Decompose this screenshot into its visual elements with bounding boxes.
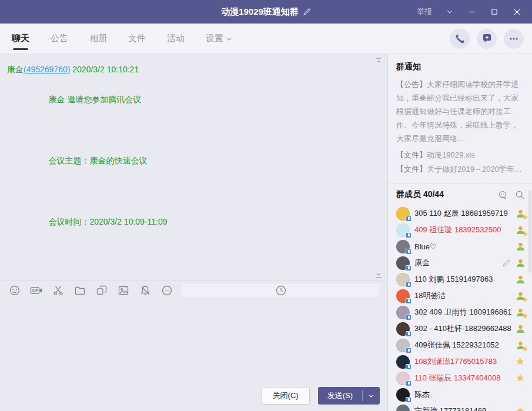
star-badge-icon: ★ [514,373,526,383]
announcement-item[interactable]: 【公告】大家仔细阅读学校的开学通知，重要部分我已经标出来了，大家根据通知做好与任… [396,78,524,145]
tab-chat[interactable]: 聊天 [12,24,29,54]
voice-call-button[interactable] [450,29,470,49]
avatar [396,289,410,303]
message-line: 康金 邀请您参加腾讯会议 [16,76,378,138]
notice-file-item[interactable]: 【文件】动漫19029.xls [396,148,524,162]
avatar [396,256,410,270]
mobile-online-badge [406,232,411,238]
send-image-icon[interactable] [117,284,130,297]
report-button[interactable]: 举报 [413,4,436,19]
member-row[interactable]: 18明荟洁 ★ [388,288,532,304]
edit-title-icon[interactable] [303,8,311,16]
member-row[interactable]: Blue♡ [388,238,532,255]
mobile-online-badge [406,380,411,386]
sender-qq-link[interactable]: (495269760) [24,65,70,74]
message-timestamp: 2020/3/2 10:10:21 [72,65,139,74]
screenshot-scissors-icon[interactable] [52,284,65,297]
close-button[interactable] [508,4,525,20]
member-name: 108刘潇澎17765015783 [414,356,497,367]
member-level-star-icon: ★ [514,340,526,350]
emoji-icon[interactable] [8,284,21,297]
avatar [396,207,410,220]
tab-files[interactable]: 文件 [128,24,146,54]
member-level-star-icon: ★ [514,209,526,219]
member-name: 305 110 赵辰 18681959719 [414,208,508,219]
edit-member-icon[interactable] [502,259,511,268]
send-button[interactable]: 发送(S) [318,387,380,405]
tab-activity[interactable]: 活动 [167,24,185,54]
tab-announce[interactable]: 公告 [51,24,68,54]
message-history: 康金(495269760) 2020/3/2 10:10:21 康金 邀请您参加… [0,54,387,270]
notice-file-item[interactable]: 【文件】关于做好2019－2020学年第2... [396,162,524,176]
member-row[interactable]: 409张佳佩 15229321052 ★ [388,337,532,353]
group-notice-title[interactable]: 群通知 [396,62,524,72]
member-name: 409 祖佳璇 18392532500 [414,225,501,235]
gif-hotpic-icon[interactable]: GIF [30,284,43,297]
more-tools-icon[interactable] [160,284,173,297]
titlebar: 动漫19029班通知群 举报 [0,0,532,24]
tab-settings[interactable]: 设置 [206,24,232,54]
avatar [396,306,410,319]
mobile-online-badge [406,315,411,320]
member-row[interactable]: 110 张瑞辰 13347404008 ★ [388,370,532,386]
member-row[interactable]: 宁新瑜 17773181469 ★ [388,403,532,411]
member-list-scrollbar[interactable] [528,191,531,273]
message-input[interactable] [0,300,387,380]
message-line: 点击链接直接加入会议： [16,268,378,270]
member-name: 陈杰 [414,389,430,400]
window-shake-icon[interactable] [95,284,108,297]
mobile-online-badge [406,331,411,337]
group-title-text: 动漫19029班通知群 [221,6,299,18]
maximize-button[interactable] [486,4,503,20]
member-row[interactable]: 302 - 410杜轩-18829662488 [388,320,532,337]
avatar [396,223,410,237]
search-member-icon[interactable] [515,190,525,200]
mobile-online-badge [406,265,411,271]
mobile-online-badge [406,216,411,222]
avatar [396,273,410,286]
member-row[interactable]: 陈杰 [388,386,532,403]
member-row[interactable]: 康金 [388,255,532,271]
member-level-icon [514,258,526,268]
mute-notifications-icon[interactable] [139,284,152,297]
message-header: 康金(495269760) 2020/3/2 10:10:21 [7,62,378,76]
send-file-folder-icon[interactable] [73,284,86,297]
member-level-icon [514,275,526,285]
group-call-button[interactable] [477,29,497,49]
member-name: 康金 [414,258,430,268]
more-actions-button[interactable] [504,29,524,49]
member-row[interactable]: 110 刘鹏 15191497863 [388,271,532,288]
anonymous-chat-icon[interactable] [498,190,508,200]
composer-toolbar: GIF [0,280,387,300]
avatar [396,388,410,402]
mobile-online-badge [406,397,411,403]
member-name: 302 - 410杜轩-18829662488 [414,323,511,334]
svg-text:GIF: GIF [32,288,38,292]
member-row[interactable]: 302 409 卫雨竹 1809196861 ★ [388,304,532,320]
chat-splitter[interactable] [0,270,387,280]
member-name: 409张佳佩 15229321052 [414,340,499,350]
message-line: 会议时间：2020/3/2 10:09-11:09 [16,199,378,260]
member-level-star-icon: ★ [514,291,526,301]
group-notice-section: 群通知 【公告】大家仔细阅读学校的开学通知，重要部分我已经标出来了，大家根据通知… [388,54,532,181]
send-options-caret[interactable] [363,387,380,405]
tab-album[interactable]: 相册 [89,24,107,54]
chat-pane: 康金(495269760) 2020/3/2 10:10:21 康金 邀请您参加… [0,54,388,411]
chevron-down-icon [226,36,232,42]
member-row[interactable]: 108刘潇澎17765015783 ★ [388,353,532,370]
member-row[interactable]: 409 祖佳璇 18392532500 ★ [388,222,532,238]
member-name: Blue♡ [414,242,437,251]
mobile-online-badge [406,249,411,255]
mobile-online-badge [406,347,411,353]
star-badge-icon: ★ [514,406,526,411]
close-chat-button[interactable]: 关闭(C) [262,387,310,405]
member-name: 宁新瑜 17773181469 [414,406,486,411]
member-name: 18明荟洁 [414,290,446,301]
tab-bar: 聊天 公告 相册 文件 活动 设置 [0,24,232,54]
titlebar-dropdown-icon[interactable] [441,4,458,20]
member-row[interactable]: 305 110 赵辰 18681959719 ★ [388,205,532,222]
message-history-clock-icon[interactable] [182,284,379,297]
minimize-button[interactable] [464,4,480,20]
collapse-chat-icon[interactable] [374,56,383,66]
member-name: 110 张瑞辰 13347404008 [414,373,500,383]
